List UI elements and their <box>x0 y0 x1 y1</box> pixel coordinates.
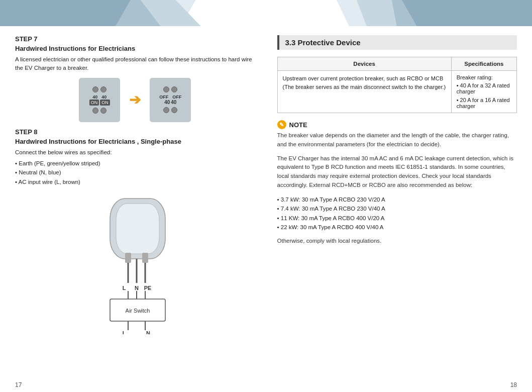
switch-on-2: ON <box>100 100 110 106</box>
note-label: NOTE <box>289 121 307 129</box>
rcbo-item-1: 3.7 kW: 30 mA Type A RCBO 230 V/20 A <box>277 195 517 204</box>
note-body-2: The EV Charger has the internal 30 mA AC… <box>277 154 517 190</box>
spec-item-2: 20 A for a 16 A rated charger <box>457 97 511 109</box>
wire-list: Earth (PE, green/yellow striped) Neutral… <box>15 159 255 186</box>
step8-title: Hardwired Instructions for Electricians … <box>15 138 255 145</box>
table-col-devices: Devices <box>277 57 451 71</box>
arrow-icon: ➔ <box>129 91 141 108</box>
breaker-off-nums: 40 40 <box>164 100 176 105</box>
screw5 <box>163 86 169 92</box>
table-col-specs: Specifications <box>451 57 516 71</box>
wire-item-1: Earth (PE, green/yellow striped) <box>15 159 255 168</box>
wire-item-3: AC input wire (L, brown) <box>15 177 255 186</box>
section-title: 3.3 Protective Device <box>285 38 361 47</box>
wiring-svg: L N PE Air Switch L N <box>80 193 190 334</box>
header-bar <box>0 0 532 26</box>
screw6 <box>171 86 177 92</box>
svg-rect-8 <box>125 253 131 263</box>
svg-text:L: L <box>122 285 126 291</box>
step8-body: Connect the below wires as specified: <box>15 148 255 157</box>
rcbo-list: 3.7 kW: 30 mA Type A RCBO 230 V/20 A 7.4… <box>277 195 517 232</box>
breaker-rating-label: Breaker rating: <box>457 74 511 80</box>
num-40-3: 40 <box>164 100 170 105</box>
breaker-off-top <box>163 86 177 92</box>
svg-text:N: N <box>146 330 150 334</box>
step8-label: STEP 8 <box>15 128 255 136</box>
breaker-off-labels: OFF OFF <box>159 94 181 100</box>
header-right <box>266 0 533 26</box>
svg-rect-9 <box>142 253 148 263</box>
breaker-on-switches: ON ON <box>89 100 110 106</box>
note-box: ✎ NOTE The breaker value depends on the … <box>277 120 517 246</box>
note-title: ✎ NOTE <box>277 120 517 129</box>
main-content: STEP 7 Hardwired Instructions for Electr… <box>0 26 532 378</box>
table-device-cell: Upstream over current protection breaker… <box>277 71 451 113</box>
label-off-2: OFF <box>172 94 181 100</box>
spec-table: Devices Specifications Upstream over cur… <box>277 57 517 113</box>
label-40-1: 40 <box>92 94 97 100</box>
page-number-left: 17 <box>0 381 266 388</box>
breaker-off: OFF OFF 40 40 <box>150 78 191 122</box>
screw3 <box>92 108 98 114</box>
step7-body: A licensed electrician or other qualifie… <box>15 55 255 73</box>
screw4 <box>100 108 107 114</box>
screw2 <box>100 86 107 92</box>
wire-item-2: Neutral (N, blue) <box>15 168 255 177</box>
rcbo-item-2: 7.4 kW: 30 mA Type A RCBO 230 V/40 A <box>277 204 517 213</box>
breaker-on: 40 40 ON ON <box>79 78 120 122</box>
left-column: STEP 7 Hardwired Instructions for Electr… <box>0 26 266 378</box>
svg-rect-7 <box>116 204 159 254</box>
label-40-2: 40 <box>101 94 107 100</box>
section-header: 3.3 Protective Device <box>277 35 517 50</box>
note-body-1: The breaker value depends on the diamete… <box>277 131 517 149</box>
switch-on-1: ON <box>89 100 99 106</box>
num-40-4: 40 <box>171 100 176 105</box>
breaker-on-top <box>92 86 107 92</box>
svg-text:Air Switch: Air Switch <box>125 308 150 314</box>
screw7 <box>163 107 169 113</box>
rcbo-item-4: 22 kW: 30 mA Type A RCBO 400 V/40 A <box>277 223 517 232</box>
step7-label: STEP 7 <box>15 35 255 43</box>
breaker-on-bottom <box>92 108 107 114</box>
svg-text:PE: PE <box>144 285 151 291</box>
wiring-diagram-area: L N PE Air Switch L N <box>15 193 255 334</box>
breaker-diagram: 40 40 ON ON ➔ <box>79 78 191 122</box>
breaker-off-bottom <box>163 107 177 113</box>
svg-text:L: L <box>122 330 126 334</box>
screw8 <box>171 107 177 113</box>
spec-item-1: 40 A for a 32 A rated charger <box>457 82 511 94</box>
header-left <box>0 0 266 26</box>
note-footer: Otherwise, comply with local regulations… <box>277 237 517 246</box>
step7-title: Hardwired Instructions for Electricians <box>15 45 255 52</box>
table-spec-cell: Breaker rating: 40 A for a 32 A rated ch… <box>451 71 516 113</box>
breaker-diagram-area: 40 40 ON ON ➔ <box>15 78 255 124</box>
right-column: 3.3 Protective Device Devices Specificat… <box>266 26 533 378</box>
note-icon: ✎ <box>277 120 286 129</box>
table-row-1: Upstream over current protection breaker… <box>277 71 517 113</box>
label-off-1: OFF <box>159 94 168 100</box>
screw1 <box>92 86 98 92</box>
page-number-right: 18 <box>266 381 533 388</box>
footer-bar: 17 18 <box>0 378 532 392</box>
rcbo-item-3: 11 KW: 30 mA Type A RCBO 400 V/20 A <box>277 214 517 223</box>
svg-text:N: N <box>135 285 139 291</box>
breaker-on-labels: 40 40 <box>92 94 107 100</box>
